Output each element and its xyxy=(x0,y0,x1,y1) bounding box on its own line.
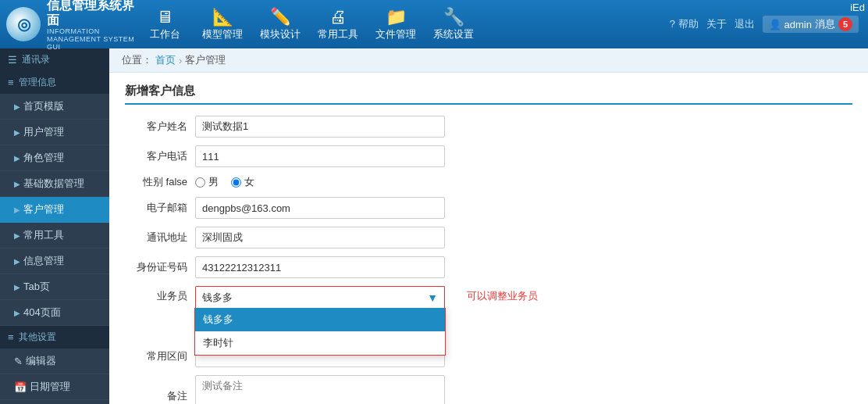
sidebar-item-basic-data[interactable]: ▶ 基础数据管理 xyxy=(0,171,109,197)
sidebar-label-tab-page: Tab页 xyxy=(23,280,50,294)
label-phone: 客户电话 xyxy=(125,149,195,163)
tab-module-design[interactable]: ✏️ 模块设计 xyxy=(252,5,308,45)
sidebar-label-common-tools: 常用工具 xyxy=(23,228,64,242)
tab-file-mgmt-label: 文件管理 xyxy=(375,27,416,41)
input-name[interactable] xyxy=(195,116,445,138)
nav-tabs: 🖥 工作台 📐 模型管理 ✏️ 模块设计 🖨 常用工具 📁 文件管理 🔧 系统设… xyxy=(137,0,482,48)
tab-workbench[interactable]: 🖥 工作台 xyxy=(137,5,193,45)
sidebar-item-customer-mgmt[interactable]: ▶ 客户管理 xyxy=(0,197,109,223)
input-id[interactable] xyxy=(195,256,445,278)
input-email[interactable] xyxy=(195,197,445,219)
system-settings-icon: 🔧 xyxy=(443,9,464,26)
logo-subtitle: INFORMATION MANAGEMENT SYSTEM GUI xyxy=(47,27,137,51)
arrow-icon-user: ▶ xyxy=(14,128,20,137)
radio-female[interactable]: 女 xyxy=(231,175,254,189)
main-layout: ☰ 通讯录 ≡ 管理信息 ▶ 首页模版 ▶ 用户管理 ▶ 角色管理 ▶ 基础数据… xyxy=(0,48,868,404)
form-row-gender: 性别 false 男 女 xyxy=(125,175,852,189)
form-row-id: 身份证号码 xyxy=(125,256,852,278)
header: ◎ 信息管理系统界面 INFORMATION MANAGEMENT SYSTEM… xyxy=(0,0,868,48)
model-mgmt-icon: 📐 xyxy=(212,9,233,26)
tab-file-mgmt[interactable]: 📁 文件管理 xyxy=(368,5,424,45)
tab-system-settings[interactable]: 🔧 系统设置 xyxy=(425,5,482,45)
salesman-dropdown-wrapper: 钱多多 ▼ 钱多多 李时针 xyxy=(195,286,445,308)
radio-male-input[interactable] xyxy=(195,177,205,188)
sidebar-item-info-mgmt[interactable]: ▶ 信息管理 xyxy=(0,248,109,274)
sidebar-item-common-tools[interactable]: ▶ 常用工具 xyxy=(0,223,109,248)
form-row-salesman: 业务员 钱多多 ▼ 钱多多 李时针 可以调整业务员 xyxy=(125,286,852,308)
label-name: 客户姓名 xyxy=(125,120,195,134)
sidebar-item-tab-page[interactable]: ▶ Tab页 xyxy=(0,274,109,300)
person-icon: 👤 xyxy=(769,19,781,30)
ied-badge: iEd xyxy=(850,2,868,13)
salesman-dropdown-list: 钱多多 李时针 xyxy=(194,308,446,356)
common-tools-icon: 🖨 xyxy=(329,9,347,26)
sidebar-item-user-mgmt[interactable]: ▶ 用户管理 xyxy=(0,120,109,145)
breadcrumb-home-link[interactable]: 首页 xyxy=(155,53,176,67)
arrow-icon-404: ▶ xyxy=(14,309,20,317)
form-row-email: 电子邮箱 xyxy=(125,197,852,219)
label-gender: 性别 false xyxy=(125,175,195,189)
radio-male[interactable]: 男 xyxy=(195,175,219,189)
label-salesman: 业务员 xyxy=(125,286,195,303)
tab-common-tools[interactable]: 🖨 常用工具 xyxy=(310,5,366,45)
gender-radio-group: 男 女 xyxy=(195,175,254,189)
admin-label: admin xyxy=(784,19,812,30)
sidebar-label-role-mgmt: 角色管理 xyxy=(23,151,64,165)
input-address[interactable] xyxy=(195,227,445,248)
arrow-icon-basic: ▶ xyxy=(14,180,20,188)
msg-count-badge[interactable]: 5 xyxy=(838,17,852,31)
admin-badge: 👤 admin 消息 5 xyxy=(763,16,859,33)
radio-female-input[interactable] xyxy=(231,177,241,188)
arrow-icon-role: ▶ xyxy=(14,154,20,163)
header-right: ? 帮助 关于 退出 👤 admin 消息 5 xyxy=(670,16,868,33)
sidebar-label-customer-mgmt: 客户管理 xyxy=(23,202,64,216)
mgmt-info-label: 管理信息 xyxy=(19,76,56,89)
sidebar-label-basic-data: 基础数据管理 xyxy=(23,177,84,191)
dropdown-option-1[interactable]: 李时针 xyxy=(195,331,445,355)
module-design-icon: ✏️ xyxy=(270,9,291,26)
logout-link[interactable]: 退出 xyxy=(735,17,755,31)
tab-model-mgmt[interactable]: 📐 模型管理 xyxy=(194,5,251,45)
label-address: 通讯地址 xyxy=(125,231,195,245)
file-mgmt-icon: 📁 xyxy=(386,9,407,26)
arrow-icon-common-tools: ▶ xyxy=(14,231,20,240)
sidebar-label-info-mgmt: 信息管理 xyxy=(23,254,64,268)
form-row-name: 客户姓名 xyxy=(125,116,852,138)
tab-common-tools-label: 常用工具 xyxy=(318,27,358,41)
sidebar: ☰ 通讯录 ≡ 管理信息 ▶ 首页模版 ▶ 用户管理 ▶ 角色管理 ▶ 基础数据… xyxy=(0,48,109,404)
sidebar-item-date-mgmt[interactable]: 📅 日期管理 xyxy=(0,374,109,400)
sidebar-section-other-settings: ≡ 其他设置 xyxy=(0,326,109,349)
input-phone[interactable] xyxy=(195,145,445,167)
dropdown-option-0[interactable]: 钱多多 xyxy=(195,308,445,331)
sidebar-item-404[interactable]: ▶ 404页面 xyxy=(0,300,109,326)
arrow-icon-tab: ▶ xyxy=(14,283,20,291)
label-remark: 备注 xyxy=(125,386,195,403)
tab-workbench-label: 工作台 xyxy=(150,27,180,41)
form-row-address: 通讯地址 xyxy=(125,227,852,248)
radio-male-label: 男 xyxy=(208,175,219,189)
breadcrumb-current: 客户管理 xyxy=(185,53,226,67)
sidebar-label-date-mgmt: 日期管理 xyxy=(30,380,70,394)
breadcrumb-home-label: 位置： xyxy=(122,53,152,67)
tab-system-settings-label: 系统设置 xyxy=(433,27,474,41)
help-link[interactable]: ? 帮助 xyxy=(670,17,699,31)
salesman-dropdown-trigger[interactable]: 钱多多 ▼ xyxy=(195,286,445,308)
other-settings-icon: ≡ xyxy=(8,331,14,343)
edit-icon: ✎ xyxy=(14,356,23,367)
sidebar-label-homepage-template: 首页模版 xyxy=(23,99,64,113)
form-container: 新增客户信息 客户姓名 客户电话 性别 false 男 xyxy=(109,73,868,404)
radio-female-label: 女 xyxy=(244,175,254,189)
salesman-selected-value: 钱多多 xyxy=(202,291,233,305)
arrow-icon-info: ▶ xyxy=(14,257,20,266)
input-remark[interactable] xyxy=(195,375,445,404)
arrow-icon-customer: ▶ xyxy=(14,206,20,214)
dropdown-arrow-icon: ▼ xyxy=(427,291,438,304)
sidebar-item-homepage-template[interactable]: ▶ 首页模版 xyxy=(0,94,109,120)
about-link[interactable]: 关于 xyxy=(706,17,727,31)
logo-area: ◎ 信息管理系统界面 INFORMATION MANAGEMENT SYSTEM… xyxy=(0,0,137,51)
mgmt-info-icon: ≡ xyxy=(8,77,14,88)
sidebar-item-editor[interactable]: ✎ 编辑器 xyxy=(0,349,109,374)
sidebar-item-role-mgmt[interactable]: ▶ 角色管理 xyxy=(0,145,109,171)
form-row-phone: 客户电话 xyxy=(125,145,852,167)
msg-label: 消息 xyxy=(815,17,835,31)
